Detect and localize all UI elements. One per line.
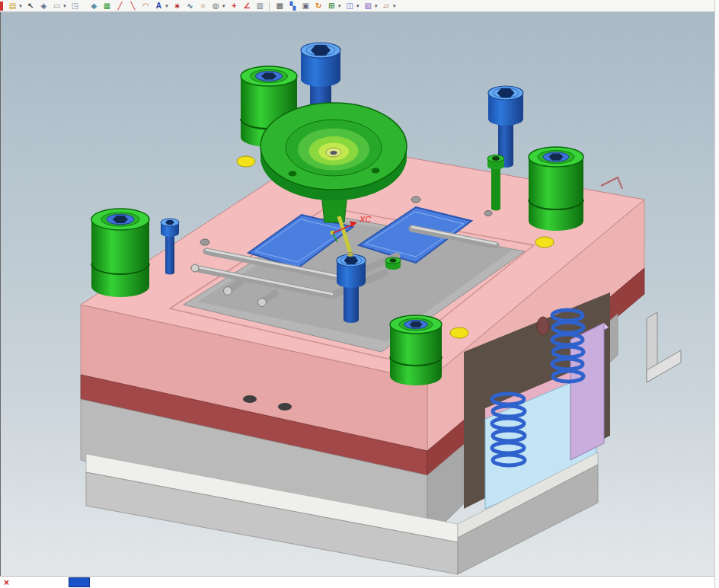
- toolbar-separator: [269, 2, 270, 11]
- shaded-display-icon: ◆: [89, 1, 99, 11]
- status-bar: ×: [0, 576, 719, 588]
- guide-bushing-right[interactable]: [529, 147, 583, 231]
- marquee-select-icon: ▭: [52, 1, 62, 11]
- right-margin-strip: [714, 0, 719, 588]
- locating-ring[interactable]: [260, 103, 407, 200]
- snap-point-button[interactable]: ▦: [101, 0, 113, 11]
- annotation-icon: A: [154, 1, 164, 11]
- annotation-button[interactable]: A ▼: [153, 0, 170, 11]
- cad-application-window: ▤ ▼ ↖ ◈ ▭ ▼ ◳ ◆ ▦ ╱ ╲ ◠ A ▼ ∗: [0, 0, 719, 588]
- point-icon: ∗: [172, 1, 182, 11]
- measure-angle-icon: ∠: [242, 1, 252, 11]
- grid-display-button[interactable]: ⊞ ▼: [326, 0, 343, 11]
- profile-button[interactable]: ╲: [127, 0, 139, 11]
- graphics-viewport[interactable]: XC: [0, 12, 719, 576]
- grab-hand-icon: ▥: [255, 1, 265, 11]
- ring-screw: [289, 171, 297, 177]
- assembly-icon: ▧: [363, 1, 373, 11]
- view-orient-icon: ◳: [70, 1, 80, 11]
- spline-icon: ∿: [185, 1, 195, 11]
- dropdown-arrow-icon[interactable]: ▼: [222, 4, 226, 8]
- window-layout-button[interactable]: ▚: [287, 0, 299, 11]
- sketch-edit-icon: ▱: [382, 1, 391, 11]
- clipped-icon: [0, 2, 3, 11]
- point-button[interactable]: ∗: [171, 0, 183, 11]
- xc-label: XC: [359, 215, 371, 224]
- pan-button[interactable]: ◈: [38, 0, 50, 11]
- arc-button[interactable]: ◠: [140, 0, 152, 11]
- info-table-icon: ▩: [275, 1, 285, 11]
- measure-angle-button[interactable]: ∠: [241, 0, 253, 11]
- grid-display-icon: ⊞: [327, 1, 337, 11]
- line-button[interactable]: ╱: [114, 0, 126, 11]
- dropdown-arrow-icon[interactable]: ▼: [356, 4, 360, 8]
- display-mode-button[interactable]: ◫ ▼: [344, 0, 361, 11]
- dropdown-arrow-icon[interactable]: ▼: [374, 4, 379, 8]
- grab-hand-button[interactable]: ▥: [254, 0, 266, 11]
- select-cursor-icon: ↖: [26, 1, 36, 11]
- ring-screw: [372, 168, 380, 174]
- dropdown-arrow-icon[interactable]: ▼: [392, 4, 397, 8]
- window-layout-icon: ▚: [288, 1, 298, 11]
- green-screw-front[interactable]: [385, 257, 401, 270]
- sketch-edit-button[interactable]: ▱ ▼: [381, 0, 398, 11]
- dropdown-arrow-icon[interactable]: ▼: [62, 4, 67, 8]
- point-on-curve-icon: ◎: [211, 1, 221, 11]
- shaded-display-button[interactable]: ◆: [88, 0, 100, 11]
- dropdown-arrow-icon[interactable]: ▼: [165, 4, 169, 8]
- display-mode-icon: ◫: [345, 1, 355, 11]
- pipe-end-cap: [191, 264, 199, 272]
- line-icon: ╱: [115, 1, 125, 11]
- snap-point-icon: ▦: [102, 1, 112, 11]
- plus-icon: +: [229, 1, 239, 11]
- refresh-fit-button[interactable]: ↻: [313, 0, 324, 11]
- close-icon[interactable]: ×: [4, 577, 9, 588]
- pipe-end-cap: [258, 299, 267, 307]
- sprue-hole: [331, 151, 337, 155]
- image-capture-button[interactable]: ▣: [300, 0, 312, 11]
- open-icon: ▤: [8, 1, 18, 11]
- circle-icon: ○: [198, 1, 208, 11]
- select-cursor-button[interactable]: ↖: [25, 0, 37, 11]
- main-toolbar: ▤ ▼ ↖ ◈ ▭ ▼ ◳ ◆ ▦ ╱ ╲ ◠ A ▼ ∗: [0, 0, 719, 12]
- pipe-end-cap: [224, 287, 232, 296]
- arc-icon: ◠: [141, 1, 151, 11]
- guide-bushing-left[interactable]: [91, 209, 149, 297]
- marquee-select-button[interactable]: ▭ ▼: [51, 0, 68, 11]
- view-orient-button[interactable]: ◳: [69, 0, 81, 11]
- spline-button[interactable]: ∿: [184, 0, 196, 11]
- assembly-button[interactable]: ▧ ▼: [363, 0, 379, 11]
- taskbar-button[interactable]: [69, 577, 90, 587]
- open-button[interactable]: ▤ ▼: [7, 0, 24, 11]
- plus-button[interactable]: +: [228, 0, 240, 11]
- guide-bushing-front[interactable]: [390, 315, 442, 385]
- pan-icon: ◈: [39, 1, 49, 11]
- circle-button[interactable]: ○: [197, 0, 209, 11]
- dropdown-arrow-icon[interactable]: ▼: [18, 4, 23, 8]
- info-table-button[interactable]: ▩: [274, 0, 286, 11]
- refresh-fit-icon: ↻: [314, 1, 324, 11]
- profile-icon: ╲: [128, 1, 138, 11]
- image-capture-icon: ▣: [301, 1, 311, 11]
- dropdown-arrow-icon[interactable]: ▼: [337, 4, 342, 8]
- point-on-curve-button[interactable]: ◎ ▼: [210, 0, 227, 11]
